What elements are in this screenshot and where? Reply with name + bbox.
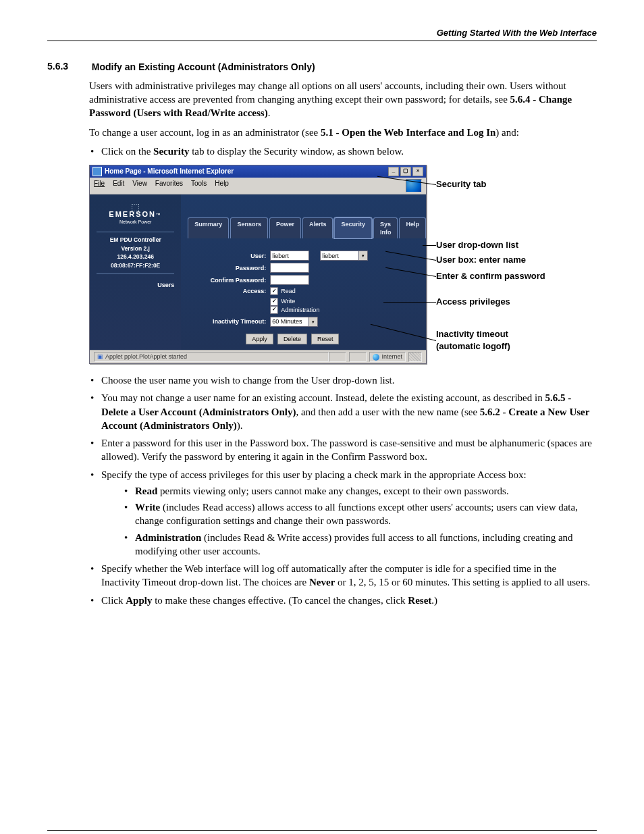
ie-page-icon <box>92 167 102 176</box>
access-admin-checkbox[interactable]: ✓ <box>270 306 278 314</box>
page-number: 32 <box>47 830 597 834</box>
bullet-click-security: Click on the Security tab to display the… <box>89 145 597 158</box>
close-button[interactable]: × <box>412 167 423 176</box>
minimize-button[interactable]: _ <box>388 167 399 176</box>
apply-button[interactable]: Apply <box>246 334 273 344</box>
chevron-down-icon[interactable]: ▾ <box>308 317 318 327</box>
window-title: Home Page - Microsoft Internet Explorer <box>105 167 234 176</box>
access-label: Access: <box>185 287 270 295</box>
timeout-select[interactable]: 60 Minutes <box>270 317 309 327</box>
callout-user-dropdown: User drop-down list <box>436 239 518 251</box>
reset-button[interactable]: Reset <box>311 334 340 344</box>
status-bar: ▣ Applet pplot.PlotApplet started Intern… <box>90 350 426 363</box>
security-form: User: liebert liebert▾ Password: Confirm… <box>185 251 422 344</box>
callout-access: Access privileges <box>436 296 510 308</box>
bullet-rename-note: You may not change a user name for an ex… <box>89 391 597 432</box>
sidebar-section-users[interactable]: Users <box>90 278 181 289</box>
password-input[interactable] <box>270 263 309 273</box>
access-read-label: Read <box>281 287 296 295</box>
status-zone: Internet <box>381 353 402 361</box>
timeout-label: Inactivity Timeout: <box>185 317 270 325</box>
sidebar-line: Version 2.j <box>90 245 181 253</box>
chevron-down-icon[interactable]: ▾ <box>358 251 368 261</box>
tab-bar: Summary Sensors Power Alerts Security Sy… <box>188 217 426 238</box>
access-write-checkbox[interactable]: ✓ <box>270 298 278 306</box>
access-read-checkbox[interactable]: ✓ <box>270 287 278 295</box>
running-header: Getting Started With the Web Interface <box>47 27 597 41</box>
menu-view[interactable]: View <box>132 179 147 192</box>
maximize-button[interactable]: ▢ <box>400 167 411 176</box>
bullet-specify-access: Specify the type of access privileges fo… <box>89 468 597 558</box>
sidebar-line: 126.4.203.246 <box>90 253 181 261</box>
paragraph-1: Users with administrative privileges may… <box>89 79 597 120</box>
resize-grip-icon[interactable] <box>408 352 422 362</box>
confirm-password-label: Confirm Password: <box>185 276 270 284</box>
section-heading: 5.6.3 Modify an Existing Account (Admini… <box>47 60 597 74</box>
brand-subtitle: Network Power <box>94 219 177 225</box>
globe-icon <box>373 354 379 361</box>
user-label: User: <box>185 252 270 260</box>
user-select[interactable]: liebert <box>320 251 359 261</box>
sub-read: Read permits viewing only; users cannot … <box>124 484 597 498</box>
tab-sysinfo[interactable]: Sys Info <box>373 217 398 238</box>
tab-help[interactable]: Help <box>399 217 426 238</box>
content-area: Summary Sensors Power Alerts Security Sy… <box>181 194 426 350</box>
brand-name: EMERSON™ <box>94 209 177 219</box>
callout-password: Enter & confirm password <box>436 270 545 282</box>
tab-sensors[interactable]: Sensors <box>230 217 268 238</box>
delete-button[interactable]: Delete <box>277 334 307 344</box>
section-number: 5.6.3 <box>47 60 89 73</box>
sub-write: Write (includes Read access) allows acce… <box>124 500 597 528</box>
tab-alerts[interactable]: Alerts <box>302 217 333 238</box>
sidebar-line: EM PDU Controller <box>90 236 181 244</box>
password-label: Password: <box>185 264 270 272</box>
confirm-password-input[interactable] <box>270 275 309 285</box>
paragraph-2: To change a user account, log in as an a… <box>89 126 597 139</box>
bullet-choose-user: Choose the user name you wish to change … <box>89 373 597 387</box>
screenshot-window: Home Page - Microsoft Internet Explorer … <box>89 165 427 364</box>
user-input[interactable]: liebert <box>270 251 309 261</box>
bullet-apply: Click Apply to make these changes effect… <box>89 594 597 607</box>
menu-edit[interactable]: Edit <box>113 179 124 192</box>
menu-help[interactable]: Help <box>215 179 229 192</box>
sidebar: ⬚ EMERSON™ Network Power EM PDU Controll… <box>90 194 181 350</box>
access-admin-label: Administration <box>281 306 319 314</box>
tab-power[interactable]: Power <box>269 217 301 238</box>
sub-admin: Administration (includes Read & Write ac… <box>124 531 597 558</box>
tab-security[interactable]: Security <box>334 217 372 238</box>
tab-summary[interactable]: Summary <box>188 217 229 238</box>
access-write-label: Write <box>281 297 295 305</box>
callout-security-tab: Security tab <box>436 178 486 190</box>
sidebar-line: 08:08:67:FF:F2:0E <box>90 262 181 269</box>
bullet-enter-password: Enter a password for this user in the Pa… <box>89 436 597 464</box>
menu-file[interactable]: File <box>94 179 105 192</box>
menu-bar: File Edit View Favorites Tools Help <box>90 178 426 194</box>
callout-timeout: Inactivity timeout (automatic logoff) <box>436 328 510 352</box>
status-text: Applet pplot.PlotApplet started <box>105 353 187 361</box>
brand-block: ⬚ EMERSON™ Network Power <box>90 201 181 228</box>
titlebar: Home Page - Microsoft Internet Explorer … <box>90 165 426 178</box>
section-title: Modify an Existing Account (Administrato… <box>92 61 315 72</box>
menu-favorites[interactable]: Favorites <box>155 179 183 192</box>
bullet-timeout: Specify whether the Web interface will l… <box>89 562 597 590</box>
callout-user-box: User box: enter name <box>436 254 526 266</box>
menu-tools[interactable]: Tools <box>191 179 207 192</box>
